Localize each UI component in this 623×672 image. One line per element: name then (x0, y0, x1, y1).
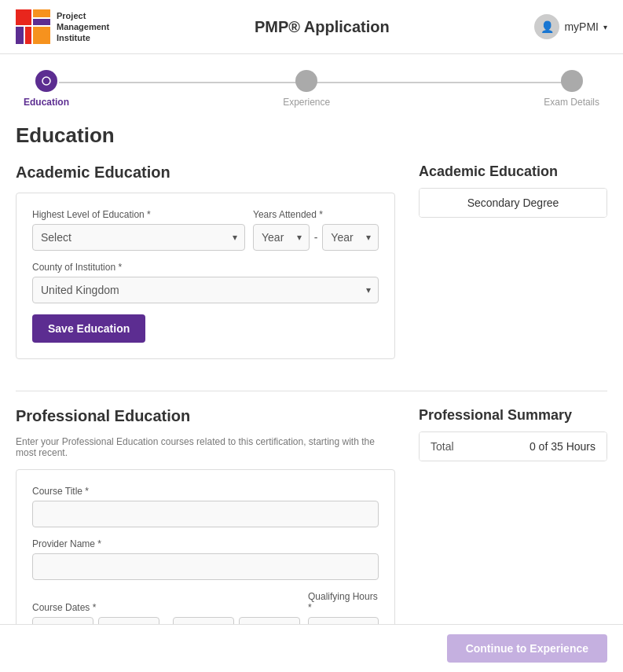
professional-summary-item: Total 0 of 35 Hours (420, 432, 607, 461)
country-select-wrapper: United Kingdom United States Canada Aust… (32, 277, 379, 303)
provider-name-label: Provider Name * (32, 538, 379, 549)
academic-left: Academic Education Highest Level of Educ… (16, 163, 395, 375)
svg-rect-1 (33, 9, 50, 17)
svg-rect-0 (16, 9, 31, 25)
svg-rect-4 (25, 27, 31, 44)
continue-button[interactable]: Continue to Experience (447, 634, 607, 663)
footer-bar: Continue to Experience (0, 624, 623, 672)
academic-summary-card: Secondary Degree (419, 188, 607, 218)
app-title: PMP® Application (255, 18, 390, 36)
step-experience: Experience (283, 70, 330, 108)
step-circle-experience (295, 70, 317, 92)
highest-level-select[interactable]: Select Secondary Degree Bachelor's Degre… (32, 224, 245, 251)
academic-right: Academic Education Secondary Degree (419, 163, 607, 375)
main-content: Education Academic Education Highest Lev… (0, 116, 623, 672)
professional-subtitle: Enter your Professional Education course… (16, 436, 395, 458)
provider-name-input[interactable] (32, 553, 379, 580)
svg-point-7 (42, 77, 50, 85)
total-value: 0 of 35 Hours (530, 440, 596, 453)
year-end-select[interactable]: Year (322, 224, 379, 251)
logo-area: Project Management Institute (16, 9, 109, 44)
academic-section-title: Academic Education (16, 163, 395, 182)
academic-section-row: Academic Education Highest Level of Educ… (16, 163, 607, 375)
academic-save-button[interactable]: Save Education (32, 314, 145, 343)
user-name: myPMI (564, 20, 599, 33)
academic-summary-item: Secondary Degree (420, 189, 607, 217)
highest-level-select-wrapper: Select Secondary Degree Bachelor's Degre… (32, 224, 245, 251)
qualifying-hours-label: Qualifying Hours * (308, 591, 379, 613)
professional-summary-card: Total 0 of 35 Hours (419, 431, 607, 461)
year-start-select[interactable]: Year (253, 224, 310, 251)
academic-right-title: Academic Education (419, 163, 607, 180)
year-end-wrapper: Year (322, 224, 379, 251)
step-label-experience: Experience (283, 97, 330, 108)
svg-rect-2 (33, 19, 50, 25)
professional-section-title: Professional Education (16, 407, 395, 425)
total-label: Total (431, 440, 454, 453)
step-circle-exam (561, 70, 583, 92)
course-title-label: Course Title * (32, 486, 379, 497)
step-label-education: Education (24, 97, 69, 108)
progress-section: Education Experience Exam Details (0, 54, 623, 116)
year-start-wrapper: Year (253, 224, 310, 251)
course-title-input[interactable] (32, 501, 379, 527)
step-exam-details: Exam Details (544, 70, 599, 108)
check-icon (41, 75, 52, 86)
course-dates-label: Course Dates * (32, 602, 300, 613)
step-label-exam: Exam Details (544, 97, 599, 108)
logo-text: Project Management Institute (57, 10, 109, 44)
pmi-logo-icon (16, 9, 50, 44)
country-label: County of Institution * (32, 262, 379, 273)
country-select[interactable]: United Kingdom United States Canada Aust… (32, 277, 379, 303)
user-menu[interactable]: 👤 myPMI ▾ (534, 14, 607, 39)
country-group: County of Institution * United Kingdom U… (32, 262, 379, 303)
page-title: Education (16, 123, 607, 148)
steps-container: Education Experience Exam Details (24, 70, 599, 108)
svg-rect-5 (33, 27, 50, 44)
section-divider (16, 391, 607, 391)
academic-top-row: Highest Level of Education * Select Seco… (32, 209, 379, 251)
year-dash: - (314, 231, 318, 244)
step-circle-education (35, 70, 57, 92)
highest-level-group: Highest Level of Education * Select Seco… (32, 209, 245, 251)
avatar: 👤 (534, 14, 559, 39)
year-range: Year - Year (253, 224, 379, 251)
years-attended-group: Years Attended * Year - Year (253, 209, 379, 251)
chevron-down-icon: ▾ (603, 23, 607, 31)
professional-right-title: Professional Summary (419, 407, 607, 424)
step-education: Education (24, 70, 69, 108)
highest-level-label: Highest Level of Education * (32, 209, 245, 220)
academic-card: Highest Level of Education * Select Seco… (16, 193, 395, 359)
svg-rect-3 (16, 27, 24, 44)
app-header: Project Management Institute PMP® Applic… (0, 0, 623, 54)
course-title-group: Course Title * (32, 486, 379, 527)
provider-name-group: Provider Name * (32, 538, 379, 580)
years-attended-label: Years Attended * (253, 209, 379, 220)
